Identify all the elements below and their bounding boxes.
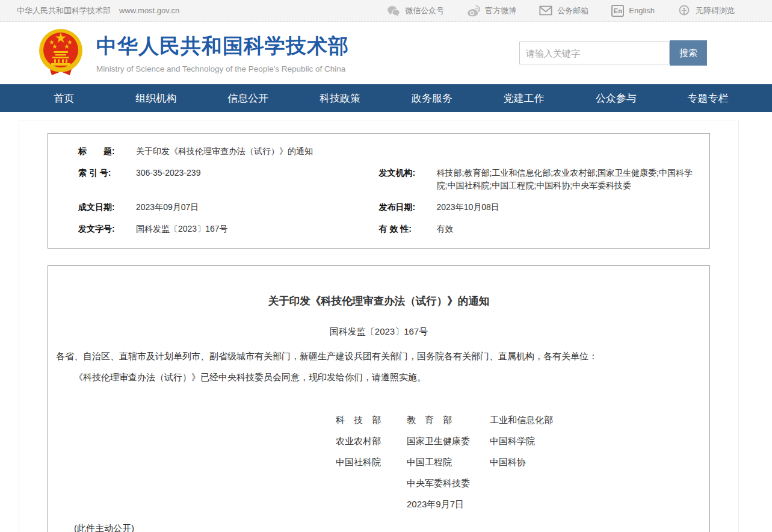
signature-cell: 国家卫生健康委	[407, 430, 490, 451]
signature-cell: 农业农村部	[336, 430, 407, 451]
signature-cell	[490, 493, 702, 515]
meta-index-value: 306-35-2023-239	[136, 167, 379, 193]
article-paragraph-body: 《科技伦理审查办法（试行）》已经中央科技委员会同意，现印发给你们，请遵照实施。	[56, 370, 702, 385]
site-url[interactable]: www.most.gov.cn	[119, 6, 179, 15]
article-title: 关于印发《科技伦理审查办法（试行）》的通知	[56, 294, 702, 308]
search-button[interactable]: 搜索	[670, 40, 707, 66]
signature-cell: 中国工程院	[407, 451, 490, 472]
content-panel: 标 题: 关于印发《科技伦理审查办法（试行）》的通知 索 引 号: 306-35…	[19, 120, 739, 532]
signature-cell	[336, 493, 407, 515]
signature-cell: 科 技 部	[336, 409, 407, 430]
meta-index-label: 索 引 号:	[78, 167, 136, 193]
topbar-link-label: 微信公众号	[405, 5, 444, 16]
signature-cell: 中国科学院	[490, 430, 702, 451]
wechat-icon	[387, 5, 400, 17]
search-input[interactable]	[519, 42, 670, 64]
meta-doc-number-value: 国科发监〔2023〕167号	[136, 223, 379, 236]
meta-issuer-label: 发文机构:	[379, 167, 437, 193]
national-emblem-logo[interactable]	[39, 28, 83, 78]
meta-doc-number-label: 发文字号:	[78, 223, 136, 236]
topbar-link-label: English	[629, 6, 655, 15]
site-header: 中华人民共和国科学技术部 Ministry of Science and Tec…	[0, 22, 772, 84]
mail-icon	[539, 5, 552, 17]
search-bar: 搜索	[519, 40, 707, 66]
topbar-link-wechat[interactable]: 微信公众号	[387, 5, 444, 17]
ministry-subtitle: Ministry of Science and Technology of th…	[96, 64, 349, 73]
meta-validity-label: 有 效 性:	[379, 223, 437, 236]
topbar-link-weibo[interactable]: 官方微博	[467, 5, 516, 17]
signature-cell: 中国科协	[490, 451, 702, 472]
meta-written-date-label: 成文日期:	[78, 201, 136, 214]
meta-publish-date-label: 发布日期:	[379, 201, 437, 214]
brand-block: 中华人民共和国科学技术部 Ministry of Science and Tec…	[96, 32, 349, 73]
site-identity: 中华人民共和国科学技术部 www.most.gov.cn	[17, 5, 179, 16]
ministry-title: 中华人民共和国科学技术部	[96, 32, 349, 60]
article-box: 关于印发《科技伦理审查办法（试行）》的通知 国科发监〔2023〕167号 各省、…	[48, 265, 710, 532]
nav-item-organization[interactable]: 组织机构	[110, 91, 202, 105]
topbar-link-mail[interactable]: 公务邮箱	[539, 5, 588, 17]
nav-item-gov-services[interactable]: 政务服务	[386, 91, 478, 105]
nav-item-sci-tech-policy[interactable]: 科技政策	[294, 91, 386, 105]
article-doc-number: 国科发监〔2023〕167号	[56, 326, 702, 338]
signature-date: 2023年9月7日	[407, 493, 490, 515]
nav-item-public-participation[interactable]: 公众参与	[570, 91, 662, 105]
meta-row-number-validity: 发文字号: 国科发监〔2023〕167号 有 效 性: 有效	[48, 218, 709, 240]
signature-cell: 教 育 部	[407, 409, 490, 430]
weibo-icon	[467, 5, 480, 17]
article-footnote: (此件主动公开)	[56, 523, 702, 532]
nav-item-home[interactable]: 首页	[18, 91, 110, 105]
nav-item-info-disclosure[interactable]: 信息公开	[202, 91, 294, 105]
topbar-links: 微信公众号 官方微博 公务邮箱	[387, 5, 735, 17]
topbar-link-english[interactable]: En English	[611, 5, 655, 17]
main-nav: 首页 组织机构 信息公开 科技政策 政务服务 党建工作 公众参与 专题专栏	[0, 84, 772, 112]
signature-cell: 中国社科院	[336, 451, 407, 472]
topbar-link-label: 公务邮箱	[557, 5, 588, 16]
meta-row-title: 标 题: 关于印发《科技伦理审查办法（试行）》的通知	[48, 141, 709, 162]
article-paragraph-salutation: 各省、自治区、直辖市及计划单列市、副省级城市有关部门，新疆生产建设兵团有关部门，…	[56, 348, 702, 364]
meta-row-dates: 成文日期: 2023年09月07日 发布日期: 2023年10月08日	[48, 197, 709, 218]
signature-cell: 中央军委科技委	[407, 472, 490, 493]
accessibility-icon	[678, 5, 691, 17]
site-name: 中华人民共和国科学技术部	[17, 5, 111, 16]
signature-cell: 工业和信息化部	[490, 409, 702, 430]
meta-title-label: 标 题:	[78, 145, 136, 158]
meta-written-date-value: 2023年09月07日	[136, 201, 379, 214]
nav-item-special-topics[interactable]: 专题专栏	[662, 91, 754, 105]
english-icon: En	[611, 5, 624, 17]
topbar-link-accessibility[interactable]: 无障碍浏览	[678, 5, 735, 17]
topbar-link-label: 无障碍浏览	[696, 5, 735, 16]
top-utility-bar: 中华人民共和国科学技术部 www.most.gov.cn 微信公众号	[0, 0, 772, 22]
meta-publish-date-value: 2023年10月08日	[437, 201, 710, 214]
signature-block: 科 技 部 教 育 部 工业和信息化部 农业农村部 国家卫生健康委 中国科学院 …	[336, 409, 702, 515]
nav-item-party-building[interactable]: 党建工作	[478, 91, 570, 105]
signature-cell	[490, 472, 702, 493]
meta-validity-value: 有效	[437, 223, 710, 236]
topbar-link-label: 官方微博	[485, 5, 516, 16]
meta-title-value: 关于印发《科技伦理审查办法（试行）》的通知	[136, 145, 709, 158]
document-meta-box: 标 题: 关于印发《科技伦理审查办法（试行）》的通知 索 引 号: 306-35…	[48, 133, 710, 249]
signature-cell	[336, 472, 407, 493]
meta-issuer-value: 科技部;教育部;工业和信息化部;农业农村部;国家卫生健康委;中国科学院;中国社科…	[437, 167, 710, 193]
meta-row-index-issuer: 索 引 号: 306-35-2023-239 发文机构: 科技部;教育部;工业和…	[48, 162, 709, 197]
